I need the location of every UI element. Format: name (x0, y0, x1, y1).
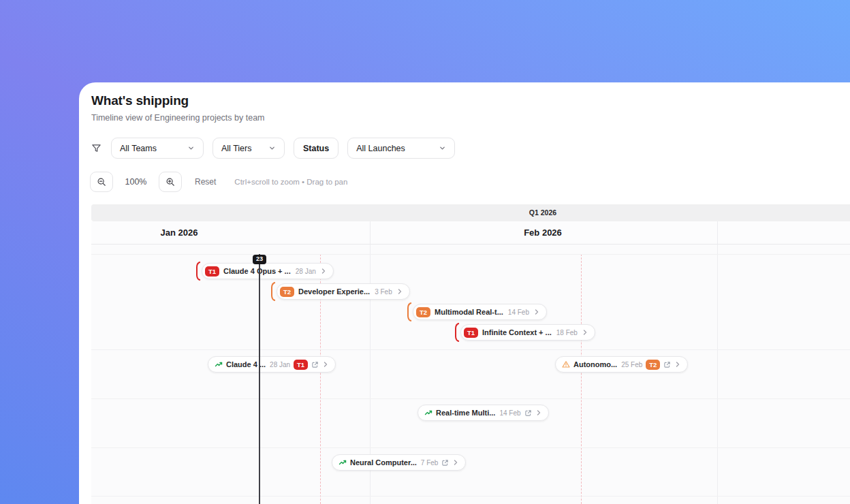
launch-label: Real-time Multi... (436, 409, 495, 417)
tier-badge: T2 (646, 360, 660, 370)
zoom-toolbar: 100% Reset Ctrl+scroll to zoom • Drag to… (90, 172, 347, 192)
external-link-icon (311, 361, 319, 368)
team-filter-dropdown[interactable]: All Teams (111, 138, 204, 159)
chevron-down-icon (187, 144, 195, 152)
bar-date: 14 Feb (508, 309, 529, 316)
launch-date: 25 Feb (621, 361, 642, 368)
bar-start-bracket (407, 302, 411, 321)
filter-bar: All Teams All Tiers Status All Launches (90, 138, 455, 159)
launch-label: Neural Computer... (350, 458, 417, 467)
chevron-right-icon (674, 361, 681, 368)
tier-badge: T1 (205, 266, 219, 277)
tier-badge: T1 (294, 360, 308, 370)
lane-separator (91, 254, 850, 255)
bar-label: Claude 4 Opus + ... (223, 267, 291, 275)
zoom-level: 100% (113, 177, 159, 187)
lane-separator (91, 398, 850, 399)
bar-date: 3 Feb (375, 288, 392, 296)
zoom-out-button[interactable] (90, 172, 113, 192)
tier-badge: T2 (280, 287, 294, 297)
external-link-icon (441, 459, 449, 467)
tier-badge: T2 (416, 307, 430, 317)
launch-filter-label: All Launches (356, 144, 405, 153)
quarter-header: Q1 2026 (91, 204, 850, 221)
chevron-right-icon (452, 459, 459, 466)
lane-separator (91, 496, 850, 497)
timeline-bar[interactable]: T1Claude 4 Opus + ...28 Jan (196, 262, 334, 281)
status-filter-button[interactable]: Status (294, 138, 339, 159)
zoom-in-icon (166, 177, 175, 187)
reset-button[interactable]: Reset (195, 177, 216, 187)
bar-pill: T1Claude 4 Opus + ...28 Jan (202, 263, 334, 279)
launch-pill[interactable]: Autonomo...25 FebT2 (555, 356, 688, 373)
timeline-bar[interactable]: T2Developer Experie...3 Feb (271, 282, 410, 301)
launch-pill[interactable]: Claude 4 ...28 JanT1 (208, 356, 336, 373)
main-card: What's shipping Timeline view of Enginee… (79, 82, 850, 504)
chevron-right-icon (535, 409, 542, 416)
bar-start-bracket (196, 262, 200, 281)
month-header-jan: Jan 2026 (161, 227, 198, 238)
today-date-badge: 23 (253, 255, 266, 264)
launch-pill[interactable]: Real-time Multi...14 Feb (418, 405, 549, 421)
external-link-icon (663, 361, 671, 368)
page-title: What's shipping (91, 93, 189, 108)
zoom-in-button[interactable] (159, 172, 182, 192)
trending-up-icon (424, 409, 432, 417)
month-boundary-line (717, 221, 718, 244)
bar-pill: T1Infinite Context + ...18 Feb (460, 324, 595, 341)
tier-badge: T1 (464, 328, 478, 338)
bar-date: 18 Feb (556, 329, 578, 336)
launch-pill-body: Claude 4 ...28 JanT1 (208, 356, 336, 373)
chevron-down-icon (268, 144, 276, 152)
launch-pill[interactable]: Neural Computer...7 Feb (332, 454, 466, 471)
timeline-body[interactable]: 23T1Claude 4 Opus + ...28 JanT2Developer… (91, 245, 850, 504)
chevron-right-icon (533, 309, 540, 315)
zoom-hint: Ctrl+scroll to zoom • Drag to pan (234, 178, 347, 186)
bar-label: Developer Experie... (298, 287, 370, 296)
warning-icon (562, 360, 570, 368)
bar-label: Multimodal Real-t... (435, 308, 503, 316)
launch-date: 7 Feb (421, 459, 439, 467)
today-marker-line (259, 254, 260, 504)
launch-pill-body: Autonomo...25 FebT2 (555, 356, 688, 373)
month-grid-line (717, 245, 718, 504)
quarter-label: Q1 2026 (529, 208, 556, 217)
chevron-right-icon (396, 288, 403, 295)
tier-filter-dropdown[interactable]: All Tiers (212, 138, 285, 159)
bar-start-bracket (271, 282, 275, 301)
chevron-right-icon (320, 268, 327, 274)
page-subtitle: Timeline view of Engineering projects by… (91, 113, 265, 123)
month-header-row: Jan 2026 Feb 2026 (91, 221, 850, 245)
trending-up-icon (339, 458, 347, 467)
launch-pill-body: Neural Computer...7 Feb (332, 454, 466, 471)
team-filter-label: All Teams (120, 144, 157, 153)
bar-label: Infinite Context + ... (482, 328, 552, 336)
lane-separator (91, 349, 850, 350)
filter-icon (90, 143, 102, 153)
chevron-right-icon (582, 329, 588, 336)
launch-pill-body: Real-time Multi...14 Feb (418, 405, 549, 421)
zoom-out-icon (97, 177, 106, 187)
timeline-bar[interactable]: T1Infinite Context + ...18 Feb (455, 323, 595, 342)
chevron-right-icon (322, 361, 329, 368)
bar-start-bracket (455, 323, 459, 342)
trending-up-icon (215, 360, 223, 368)
launch-date: 14 Feb (499, 409, 520, 417)
status-filter-label: Status (303, 144, 329, 153)
bar-date: 28 Jan (296, 268, 316, 275)
timeline-bar[interactable]: T2Multimodal Real-t...14 Feb (407, 302, 547, 321)
external-link-icon (524, 409, 532, 417)
bar-pill: T2Multimodal Real-t...14 Feb (413, 304, 547, 320)
tier-filter-label: All Tiers (221, 144, 251, 153)
launch-label: Autonomo... (573, 360, 617, 368)
bar-pill: T2Developer Experie...3 Feb (277, 283, 410, 300)
month-boundary-line (370, 221, 371, 244)
chevron-down-icon (439, 144, 446, 152)
lane-separator (91, 447, 850, 448)
month-header-feb: Feb 2026 (524, 227, 562, 238)
launch-filter-dropdown[interactable]: All Launches (347, 138, 455, 159)
deadline-marker-line (581, 254, 582, 504)
launch-date: 28 Jan (270, 361, 290, 368)
